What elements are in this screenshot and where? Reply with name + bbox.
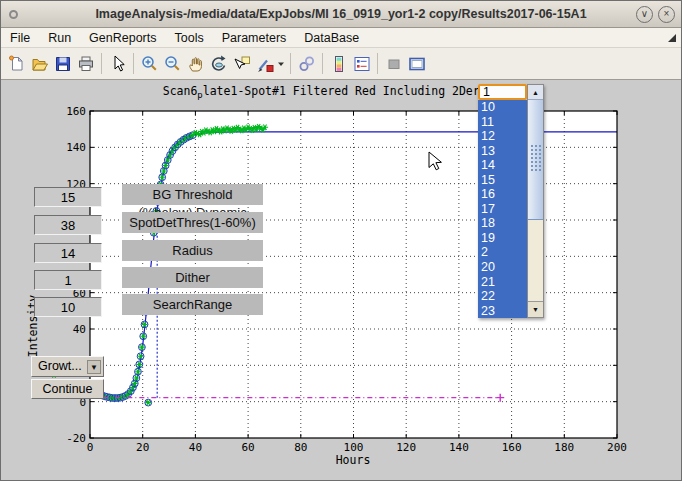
zoom-in-icon[interactable] [138, 52, 161, 75]
toolbar-separator [101, 53, 102, 74]
toolbar [1, 48, 681, 80]
x-axis-label: Hours [336, 453, 371, 467]
svg-text:20: 20 [136, 441, 149, 454]
spot-selector-item-15[interactable]: 15 [478, 173, 527, 188]
field-searchrange[interactable] [34, 297, 102, 317]
menu-items: FileRunGenReportsToolsParametersDataBase [1, 31, 368, 45]
spot-selector-item-22[interactable]: 22 [478, 289, 527, 304]
svg-text:180: 180 [554, 441, 574, 454]
menu-item-parameters[interactable]: Parameters [213, 28, 296, 48]
label-spotdetthres-1-60-: SpotDetThres(1-60%) [122, 212, 263, 233]
spot-selector-list: 10111213141516171819220212223 [478, 100, 527, 318]
svg-text:140: 140 [449, 441, 469, 454]
svg-text:-20: -20 [66, 432, 86, 445]
spot-selector-item-11[interactable]: 11 [478, 115, 527, 130]
hide-plot-tools-icon[interactable] [382, 52, 405, 75]
toolbar-separator [133, 53, 134, 74]
growth-dropdown[interactable]: Growt... ▼ [31, 356, 104, 377]
window-title: ImageAnalysis-/media/data/ExpJobs/MI 16_… [95, 7, 586, 21]
toolbar-separator [290, 53, 291, 74]
minimize-button[interactable]: ∨ [636, 6, 653, 23]
menu-bar: FileRunGenReportsToolsParametersDataBase [1, 28, 681, 48]
brush-icon[interactable] [253, 52, 276, 75]
new-file-icon[interactable] [5, 52, 28, 75]
svg-text:140: 140 [66, 141, 86, 154]
app-window: ImageAnalysis-/media/data/ExpJobs/MI 16_… [0, 0, 682, 481]
window-menu-icon[interactable] [9, 10, 18, 19]
brush-dropdown-icon[interactable] [276, 52, 286, 75]
svg-text:160: 160 [502, 441, 522, 454]
spot-selector-item-13[interactable]: 13 [478, 144, 527, 159]
popup-scrollbar[interactable]: ▲ ▼ [527, 84, 544, 318]
spot-selector-current-item[interactable]: 1 [478, 84, 527, 100]
svg-text:80: 80 [294, 441, 307, 454]
scrollbar-thumb[interactable] [528, 100, 543, 220]
field-bg-threshold[interactable] [34, 187, 102, 207]
title-bar[interactable]: ImageAnalysis-/media/data/ExpJobs/MI 16_… [1, 1, 681, 28]
continue-button[interactable]: Continue [31, 379, 104, 399]
rotate-3d-icon[interactable] [207, 52, 230, 75]
plot-title: Scan6plate1-Spot#1 Filtered Red Includin… [163, 84, 522, 100]
spot-selector-item-18[interactable]: 18 [478, 216, 527, 231]
scrollbar-grip [530, 144, 541, 172]
zoom-out-icon[interactable] [161, 52, 184, 75]
svg-text:40: 40 [73, 323, 86, 336]
label-radius: Radius [122, 240, 263, 261]
menu-item-tools[interactable]: Tools [166, 28, 213, 48]
menu-item-genreports[interactable]: GenReports [80, 28, 165, 48]
close-button[interactable]: × [658, 6, 675, 23]
show-plot-tools-icon[interactable] [405, 52, 428, 75]
svg-text:160: 160 [66, 105, 86, 118]
field-radius[interactable] [34, 243, 102, 263]
scroll-up-icon[interactable]: ▲ [528, 85, 543, 100]
label-searchrange: SearchRange [122, 294, 263, 315]
pan-hand-icon[interactable] [184, 52, 207, 75]
insert-colorbar-icon[interactable] [327, 52, 350, 75]
spot-selector-popup: 1 10111213141516171819220212223 ▲ ▼ [478, 84, 544, 318]
edit-cursor-icon[interactable] [106, 52, 129, 75]
spot-selector-item-16[interactable]: 16 [478, 187, 527, 202]
toolbar-separator [377, 53, 378, 74]
spot-selector-item-14[interactable]: 14 [478, 158, 527, 173]
insert-legend-icon[interactable] [350, 52, 373, 75]
field-spotdetthres-1-60-[interactable] [34, 215, 102, 235]
svg-text:40: 40 [189, 441, 202, 454]
scroll-down-icon[interactable]: ▼ [528, 301, 543, 317]
figure-area: 020406080100120140160180200-200204060801… [1, 80, 682, 481]
menu-item-database[interactable]: DataBase [295, 28, 368, 48]
mouse-cursor [428, 151, 444, 173]
plot-canvas[interactable]: 020406080100120140160180200-200204060801… [1, 80, 682, 481]
spot-selector-item-19[interactable]: 19 [478, 231, 527, 246]
svg-text:60: 60 [241, 441, 254, 454]
save-icon[interactable] [51, 52, 74, 75]
spot-selector-item-20[interactable]: 20 [478, 260, 527, 275]
data-cursor-icon[interactable] [230, 52, 253, 75]
svg-text:200: 200 [607, 441, 627, 454]
menu-item-file[interactable]: File [1, 28, 39, 48]
scrollbar-track[interactable] [528, 220, 543, 301]
menu-item-run[interactable]: Run [39, 28, 80, 48]
link-plots-icon[interactable] [295, 52, 318, 75]
print-icon[interactable] [74, 52, 97, 75]
svg-text:120: 120 [396, 441, 416, 454]
svg-text:0: 0 [87, 441, 94, 454]
spot-selector-item-10[interactable]: 10 [478, 100, 527, 115]
growth-dropdown-label: Growt... [38, 359, 82, 373]
menu-overflow-icon[interactable] [668, 34, 676, 42]
spot-selector-item-17[interactable]: 17 [478, 202, 527, 217]
spot-selector-item-23[interactable]: 23 [478, 304, 527, 319]
toolbar-separator [322, 53, 323, 74]
label-bg-threshold: BG Threshold [122, 184, 263, 205]
label-dither: Dither [122, 267, 263, 288]
spot-selector-item-21[interactable]: 21 [478, 275, 527, 290]
chevron-down-icon: ▼ [87, 360, 101, 374]
spot-selector-item-2[interactable]: 2 [478, 245, 527, 260]
open-file-icon[interactable] [28, 52, 51, 75]
field-dither[interactable] [34, 270, 102, 290]
spot-selector-item-12[interactable]: 12 [478, 129, 527, 144]
